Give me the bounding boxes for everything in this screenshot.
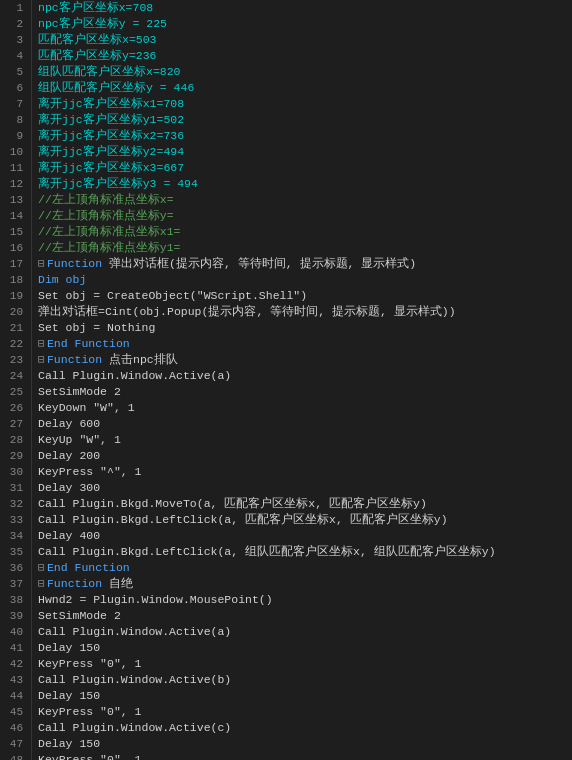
line-number-29: 29 [4, 448, 23, 464]
line-number-16: 16 [4, 240, 23, 256]
code-line-9: 离开jjc客户区坐标x2=736 [38, 128, 572, 144]
line-number-39: 39 [4, 608, 23, 624]
code-line-43: Call Plugin.Window.Active(b) [38, 672, 572, 688]
code-editor: 1234567891011121314151617181920212223242… [0, 0, 572, 760]
code-line-38: Hwnd2 = Plugin.Window.MousePoint() [38, 592, 572, 608]
line-number-43: 43 [4, 672, 23, 688]
code-line-27: Delay 600 [38, 416, 572, 432]
code-line-33: Call Plugin.Bkgd.LeftClick(a, 匹配客户区坐标x, … [38, 512, 572, 528]
fold-indicator-22[interactable]: ⊟ [38, 337, 45, 350]
line-number-30: 30 [4, 464, 23, 480]
line-number-11: 11 [4, 160, 23, 176]
line-number-28: 28 [4, 432, 23, 448]
line-number-13: 13 [4, 192, 23, 208]
code-line-10: 离开jjc客户区坐标y2=494 [38, 144, 572, 160]
code-line-23: ⊟Function 点击npc排队 [38, 352, 572, 368]
code-line-14: //左上顶角标准点坐标y= [38, 208, 572, 224]
line-number-46: 46 [4, 720, 23, 736]
line-number-1: 1 [4, 0, 23, 16]
line-number-35: 35 [4, 544, 23, 560]
code-line-5: 组队匹配客户区坐标x=820 [38, 64, 572, 80]
code-line-32: Call Plugin.Bkgd.MoveTo(a, 匹配客户区坐标x, 匹配客… [38, 496, 572, 512]
line-number-8: 8 [4, 112, 23, 128]
code-line-7: 离开jjc客户区坐标x1=708 [38, 96, 572, 112]
code-line-21: Set obj = Nothing [38, 320, 572, 336]
line-number-19: 19 [4, 288, 23, 304]
line-number-15: 15 [4, 224, 23, 240]
line-number-14: 14 [4, 208, 23, 224]
line-number-18: 18 [4, 272, 23, 288]
code-line-16: //左上顶角标准点坐标y1= [38, 240, 572, 256]
code-line-12: 离开jjc客户区坐标y3 = 494 [38, 176, 572, 192]
line-number-26: 26 [4, 400, 23, 416]
code-line-20: 弹出对话框=Cint(obj.Popup(提示内容, 等待时间, 提示标题, 显… [38, 304, 572, 320]
line-number-25: 25 [4, 384, 23, 400]
line-number-5: 5 [4, 64, 23, 80]
line-number-24: 24 [4, 368, 23, 384]
line-number-27: 27 [4, 416, 23, 432]
line-number-36: 36 [4, 560, 23, 576]
code-line-48: KeyPress "0", 1 [38, 752, 572, 760]
code-line-18: Dim obj [38, 272, 572, 288]
code-line-13: //左上顶角标准点坐标x= [38, 192, 572, 208]
code-line-46: Call Plugin.Window.Active(c) [38, 720, 572, 736]
code-line-47: Delay 150 [38, 736, 572, 752]
line-number-2: 2 [4, 16, 23, 32]
fold-indicator-17[interactable]: ⊟ [38, 257, 45, 270]
code-line-6: 组队匹配客户区坐标y = 446 [38, 80, 572, 96]
code-line-41: Delay 150 [38, 640, 572, 656]
line-number-gutter: 1234567891011121314151617181920212223242… [0, 0, 32, 760]
line-number-21: 21 [4, 320, 23, 336]
line-number-22: 22 [4, 336, 23, 352]
line-number-41: 41 [4, 640, 23, 656]
code-line-34: Delay 400 [38, 528, 572, 544]
line-number-17: 17 [4, 256, 23, 272]
code-line-24: Call Plugin.Window.Active(a) [38, 368, 572, 384]
line-number-3: 3 [4, 32, 23, 48]
code-line-44: Delay 150 [38, 688, 572, 704]
line-number-48: 48 [4, 752, 23, 760]
line-number-34: 34 [4, 528, 23, 544]
line-number-23: 23 [4, 352, 23, 368]
code-line-39: SetSimMode 2 [38, 608, 572, 624]
code-line-2: npc客户区坐标y = 225 [38, 16, 572, 32]
fold-indicator-23[interactable]: ⊟ [38, 353, 45, 366]
code-line-3: 匹配客户区坐标x=503 [38, 32, 572, 48]
code-line-37: ⊟Function 自绝 [38, 576, 572, 592]
fold-indicator-36[interactable]: ⊟ [38, 561, 45, 574]
line-number-20: 20 [4, 304, 23, 320]
code-line-28: KeyUp "W", 1 [38, 432, 572, 448]
line-number-6: 6 [4, 80, 23, 96]
line-number-33: 33 [4, 512, 23, 528]
code-line-11: 离开jjc客户区坐标x3=667 [38, 160, 572, 176]
line-number-10: 10 [4, 144, 23, 160]
line-number-7: 7 [4, 96, 23, 112]
code-line-4: 匹配客户区坐标y=236 [38, 48, 572, 64]
code-line-17: ⊟Function 弹出对话框(提示内容, 等待时间, 提示标题, 显示样式) [38, 256, 572, 272]
code-line-22: ⊟End Function [38, 336, 572, 352]
code-content[interactable]: npc客户区坐标x=708npc客户区坐标y = 225匹配客户区坐标x=503… [32, 0, 572, 760]
line-number-44: 44 [4, 688, 23, 704]
code-line-40: Call Plugin.Window.Active(a) [38, 624, 572, 640]
code-line-19: Set obj = CreateObject("WScript.Shell") [38, 288, 572, 304]
line-number-42: 42 [4, 656, 23, 672]
code-line-42: KeyPress "0", 1 [38, 656, 572, 672]
line-number-32: 32 [4, 496, 23, 512]
code-line-36: ⊟End Function [38, 560, 572, 576]
code-line-45: KeyPress "0", 1 [38, 704, 572, 720]
code-line-8: 离开jjc客户区坐标y1=502 [38, 112, 572, 128]
code-line-26: KeyDown "W", 1 [38, 400, 572, 416]
code-line-29: Delay 200 [38, 448, 572, 464]
line-number-31: 31 [4, 480, 23, 496]
line-number-9: 9 [4, 128, 23, 144]
code-line-35: Call Plugin.Bkgd.LeftClick(a, 组队匹配客户区坐标x… [38, 544, 572, 560]
code-line-31: Delay 300 [38, 480, 572, 496]
line-number-47: 47 [4, 736, 23, 752]
fold-indicator-37[interactable]: ⊟ [38, 577, 45, 590]
code-line-25: SetSimMode 2 [38, 384, 572, 400]
line-number-40: 40 [4, 624, 23, 640]
code-line-30: KeyPress "^", 1 [38, 464, 572, 480]
line-number-38: 38 [4, 592, 23, 608]
line-number-12: 12 [4, 176, 23, 192]
code-line-1: npc客户区坐标x=708 [38, 0, 572, 16]
